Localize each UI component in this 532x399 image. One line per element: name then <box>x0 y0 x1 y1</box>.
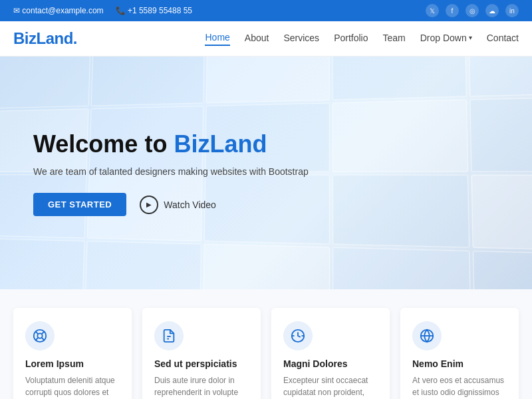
email-icon: ✉ <box>13 6 22 15</box>
glass-cell <box>0 57 90 109</box>
hero-subtitle: We are team of talanted designers making… <box>33 166 309 177</box>
navbar: BizLand. Home About Services Portfolio T… <box>0 21 532 57</box>
card-3-title: Magni Dolores <box>283 358 378 369</box>
hero-title-prefix: Welcome to <box>33 130 174 158</box>
topbar: ✉ contact@example.com 📞 +1 5589 55488 55… <box>0 0 532 21</box>
card-4-icon <box>412 321 442 350</box>
card-2-text: Duis aute irure dolor in reprehenderit i… <box>154 374 249 398</box>
nav-links: Home About Services Portfolio Team Drop … <box>205 32 519 46</box>
card-3-text: Excepteur sint occaecat cupidatat non pr… <box>283 374 378 398</box>
svg-point-1 <box>37 333 42 338</box>
card-1-icon <box>25 321 55 350</box>
hero-section: Welcome to BizLand We are team of talant… <box>0 57 532 289</box>
linkedin-icon[interactable]: in <box>505 4 519 17</box>
nav-dropdown[interactable]: Drop Down <box>420 33 472 45</box>
hero-content: Welcome to BizLand We are team of talant… <box>0 130 342 216</box>
watch-video-label: Watch Video <box>164 200 216 210</box>
card-2-title: Sed ut perspiciatis <box>154 358 249 369</box>
card-3: Magni Dolores Excepteur sint occaecat cu… <box>271 308 390 399</box>
skype-icon[interactable]: ☁ <box>485 4 499 17</box>
svg-line-5 <box>36 338 39 340</box>
nav-team[interactable]: Team <box>382 33 405 45</box>
twitter-icon[interactable]: 𝕏 <box>426 4 439 17</box>
glass-cell <box>332 100 468 172</box>
hero-title: Welcome to BizLand <box>33 130 309 158</box>
hero-actions: GET STARTED ▶ Watch Video <box>33 193 309 216</box>
logo-accent: . <box>73 29 77 47</box>
glass-cell <box>84 241 201 289</box>
glass-cell <box>332 57 467 100</box>
card-1-title: Lorem Ipsum <box>25 358 120 369</box>
svg-line-3 <box>42 338 45 340</box>
glass-cell <box>332 247 472 289</box>
card-4-title: Nemo Enim <box>412 358 507 369</box>
card-1-text: Voluptatum deleniti atque corrupti quos … <box>25 374 120 398</box>
topbar-email[interactable]: ✉ contact@example.com <box>13 6 104 15</box>
glass-cell <box>203 243 330 289</box>
play-icon: ▶ <box>140 196 158 214</box>
logo-text: BizLand <box>13 29 73 47</box>
topbar-social: 𝕏 f ◎ ☁ in <box>426 4 519 17</box>
card-4-text: At vero eos et accusamus et iusto odio d… <box>412 374 507 398</box>
topbar-contact: ✉ contact@example.com 📞 +1 5589 55488 55 <box>13 6 192 15</box>
cards-section: Lorem Ipsum Voluptatum deleniti atque co… <box>0 289 532 399</box>
topbar-phone[interactable]: 📞 +1 5589 55488 55 <box>116 6 192 15</box>
phone-icon: 📞 <box>116 6 128 15</box>
glass-cell <box>0 238 84 289</box>
card-2-icon <box>154 321 184 350</box>
svg-line-4 <box>42 332 45 334</box>
card-2: Sed ut perspiciatis Duis aute irure dolo… <box>142 308 261 399</box>
glass-cell <box>470 96 532 172</box>
nav-home[interactable]: Home <box>205 32 229 46</box>
glass-cell <box>471 174 532 251</box>
instagram-icon[interactable]: ◎ <box>466 4 479 17</box>
nav-portfolio[interactable]: Portfolio <box>334 33 368 45</box>
nav-about[interactable]: About <box>245 33 269 45</box>
nav-services[interactable]: Services <box>283 33 319 45</box>
card-1: Lorem Ipsum Voluptatum deleniti atque co… <box>13 308 132 399</box>
glass-cell <box>90 57 205 106</box>
facebook-icon[interactable]: f <box>446 4 459 17</box>
logo[interactable]: BizLand. <box>13 29 77 48</box>
svg-line-2 <box>36 332 39 334</box>
glass-cell <box>332 174 469 248</box>
get-started-button[interactable]: GET STARTED <box>33 193 126 216</box>
nav-contact[interactable]: Contact <box>487 33 519 45</box>
watch-video-link[interactable]: ▶ Watch Video <box>140 196 216 214</box>
hero-title-highlight: BizLand <box>174 130 267 158</box>
glass-cell <box>206 57 330 104</box>
glass-cell <box>469 57 532 97</box>
card-4: Nemo Enim At vero eos et accusamus et iu… <box>400 308 519 399</box>
card-3-icon <box>283 321 313 350</box>
glass-cell <box>473 250 532 289</box>
